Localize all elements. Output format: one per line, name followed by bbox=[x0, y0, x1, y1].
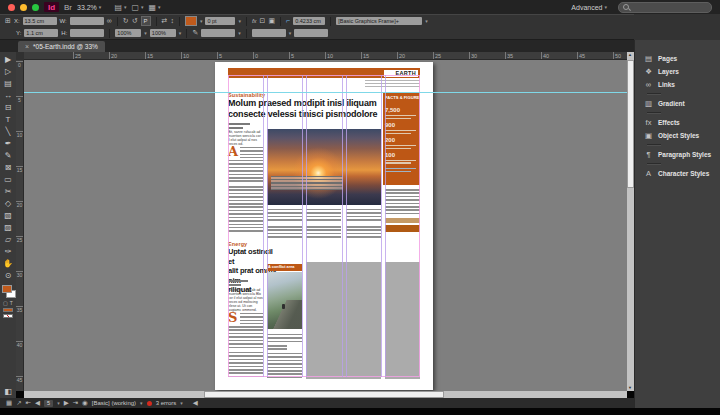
extra-field-1[interactable] bbox=[252, 29, 286, 37]
gradient-feather-tool[interactable]: ▨ bbox=[1, 222, 15, 234]
greeked-text-block[interactable] bbox=[228, 326, 263, 338]
horizontal-scrollbar[interactable] bbox=[24, 391, 627, 398]
greeked-text-block[interactable] bbox=[267, 334, 302, 342]
preflight-profile[interactable]: [Basic] (working) bbox=[92, 400, 136, 406]
tab-close-icon[interactable]: × bbox=[25, 43, 29, 50]
document-tab[interactable]: × *05-Earth.indd @ 33% bbox=[18, 41, 105, 52]
last-page-icon[interactable]: ⇥ bbox=[73, 399, 78, 407]
greeked-text-block[interactable] bbox=[267, 209, 302, 223]
biker-photo-label[interactable]: A conflict area bbox=[267, 264, 302, 271]
apply-none-button[interactable] bbox=[3, 314, 13, 318]
vertical-scroll-thumb[interactable] bbox=[627, 60, 634, 188]
ruler-guide-cyan[interactable] bbox=[24, 92, 627, 93]
bridge-icon[interactable]: Br bbox=[64, 3, 72, 12]
object-style-dropdown[interactable]: [Basic Graphics Frame]+ bbox=[336, 17, 422, 25]
content-collector-tool[interactable]: ⊟ bbox=[1, 102, 15, 114]
constrain-proportions-icon[interactable]: ∞ bbox=[107, 16, 112, 26]
column-guide[interactable] bbox=[263, 75, 264, 377]
line-tool[interactable]: ╲ bbox=[1, 126, 15, 138]
gap-tool[interactable]: ↔ bbox=[1, 90, 15, 102]
type-tool[interactable]: T bbox=[1, 114, 15, 126]
x-position-field[interactable]: 13.5 cm bbox=[23, 17, 57, 25]
greeked-text-block[interactable] bbox=[346, 209, 381, 223]
greeked-text-block[interactable] bbox=[267, 353, 302, 379]
gradient-swatch-tool[interactable]: ▧ bbox=[1, 210, 15, 222]
biker-photo[interactable] bbox=[267, 272, 302, 329]
pasteboard[interactable]: EARTH Sustainability Molum praesed modip… bbox=[24, 60, 627, 391]
screen-mode-dropdown[interactable]: ▢▾ bbox=[131, 3, 143, 12]
prev-page-icon[interactable]: ◀ bbox=[35, 399, 40, 407]
horizontal-ruler[interactable]: 2520151050510152025303540455055 bbox=[24, 52, 627, 60]
horizontal-scroll-thumb[interactable] bbox=[204, 391, 444, 398]
search-box[interactable] bbox=[618, 2, 712, 13]
pen-tool[interactable]: ✒ bbox=[1, 138, 15, 150]
direct-selection-tool[interactable]: ▷ bbox=[1, 66, 15, 78]
apply-color-button[interactable] bbox=[3, 308, 13, 312]
corner-options-icon[interactable]: ⌐ bbox=[286, 16, 290, 26]
error-count[interactable]: 3 errors bbox=[156, 400, 177, 406]
zoom-window-button[interactable] bbox=[32, 4, 39, 11]
scroll-up-icon[interactable]: ▲ bbox=[628, 53, 632, 57]
object-styles[interactable]: ▣ Object Styles bbox=[635, 129, 720, 142]
scale-x-field[interactable]: 100% bbox=[115, 29, 141, 37]
screen-mode-button[interactable]: ◧ bbox=[4, 387, 12, 396]
greeked-text-block[interactable] bbox=[385, 189, 420, 216]
selection-tool[interactable]: ▶ bbox=[1, 54, 15, 66]
column-guide[interactable] bbox=[306, 75, 307, 377]
character-styles[interactable]: A Character Styles bbox=[635, 167, 720, 180]
eyedropper-tool[interactable]: ✑ bbox=[1, 246, 15, 258]
rotate-cw-icon[interactable]: ↻ bbox=[123, 16, 129, 26]
free-transform-tool[interactable]: ◇ bbox=[1, 198, 15, 210]
height-field[interactable] bbox=[70, 29, 104, 37]
stroke-weight-field[interactable]: 0 pt bbox=[205, 17, 235, 25]
fill-stroke-swatches[interactable] bbox=[1, 284, 15, 299]
greeked-text-block[interactable] bbox=[346, 226, 381, 240]
preflight-icon[interactable]: ◉ bbox=[82, 399, 88, 407]
pages[interactable]: ▤ Pages bbox=[635, 52, 720, 65]
fit-frame-icon[interactable]: ▣ bbox=[268, 16, 275, 26]
close-window-button[interactable] bbox=[8, 4, 15, 11]
greeked-text-block[interactable] bbox=[228, 186, 263, 208]
column-guide[interactable] bbox=[381, 75, 382, 377]
paragraph-styles[interactable]: ¶ Paragraph Styles bbox=[635, 148, 720, 161]
fit-content-icon[interactable]: ⊡ bbox=[260, 16, 266, 26]
extra-field-2[interactable] bbox=[294, 29, 328, 37]
greeked-text-block[interactable] bbox=[228, 160, 263, 184]
next-page-icon[interactable]: ▶ bbox=[64, 399, 69, 407]
links[interactable]: ∞ Links bbox=[635, 78, 720, 91]
column-guide[interactable] bbox=[346, 75, 347, 377]
greeked-text-block[interactable] bbox=[228, 340, 263, 350]
column-guide[interactable] bbox=[342, 75, 343, 377]
grid-icon[interactable]: ▦ bbox=[6, 399, 12, 407]
greeked-text-block[interactable] bbox=[306, 226, 341, 240]
greeked-text-block[interactable] bbox=[240, 313, 263, 324]
placeholder-frame[interactable] bbox=[306, 262, 381, 379]
masthead-bar[interactable]: EARTH bbox=[228, 68, 420, 78]
zoom-tool[interactable]: ⊙ bbox=[1, 270, 15, 282]
zoom-level-dropdown[interactable]: 33.2%▾ bbox=[77, 4, 101, 11]
tan-bar[interactable] bbox=[385, 218, 420, 223]
layers[interactable]: ❖ Layers bbox=[635, 65, 720, 78]
facts-figures-box[interactable]: FACTS & FIGURES 7,500 900 200 bbox=[383, 93, 420, 185]
vertical-ruler[interactable]: 051015202530354045 bbox=[16, 60, 24, 391]
column-guide[interactable] bbox=[385, 75, 386, 377]
minimize-window-button[interactable] bbox=[20, 4, 27, 11]
document-page[interactable]: EARTH Sustainability Molum praesed modip… bbox=[215, 62, 433, 390]
search-input[interactable] bbox=[632, 4, 692, 10]
effects[interactable]: fx Effects bbox=[635, 116, 720, 129]
column-guide[interactable] bbox=[267, 75, 268, 377]
scroll-left-icon[interactable]: ◀ bbox=[193, 399, 198, 407]
hand-tool[interactable]: ✋ bbox=[1, 258, 15, 270]
scissors-tool[interactable]: ✂ bbox=[1, 186, 15, 198]
greeked-text-block[interactable] bbox=[240, 147, 263, 158]
paragraph-direction-icon[interactable]: P bbox=[141, 16, 151, 26]
stroke-pen-icon[interactable]: ✎ bbox=[192, 28, 198, 38]
fill-color-swatch[interactable] bbox=[185, 16, 197, 26]
export-icon[interactable]: ↗ bbox=[16, 399, 21, 407]
sunset-photo[interactable] bbox=[267, 129, 381, 205]
flip-horizontal-icon[interactable]: ⇄ bbox=[162, 16, 168, 26]
flip-vertical-icon[interactable]: ↕ bbox=[170, 16, 174, 26]
greeked-text-block[interactable] bbox=[306, 209, 341, 223]
column-guide[interactable] bbox=[302, 75, 303, 377]
formatting-text-icon[interactable]: T bbox=[10, 300, 13, 306]
